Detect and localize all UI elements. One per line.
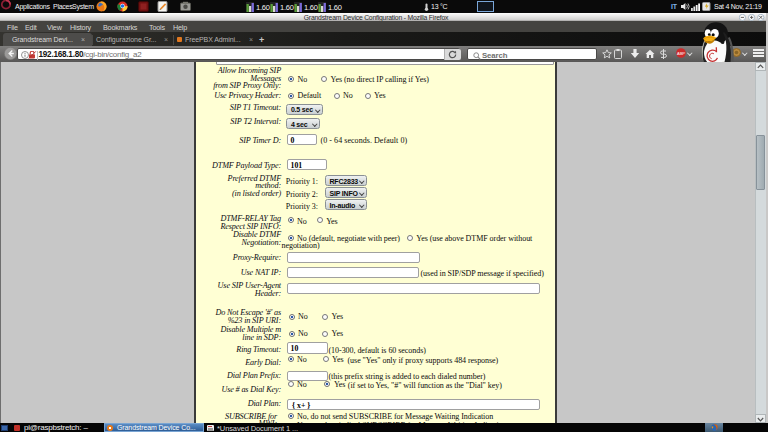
svg-text:ABP: ABP (677, 51, 685, 56)
